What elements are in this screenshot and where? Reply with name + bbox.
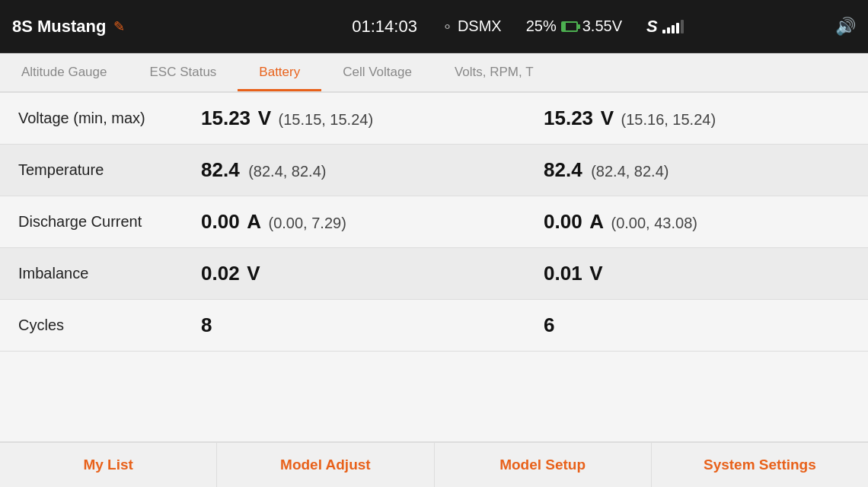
- discharge-col1-unit: A: [247, 210, 261, 233]
- tab-cell-voltage[interactable]: Cell Voltage: [321, 56, 433, 91]
- signal-status: S: [646, 17, 684, 37]
- voltage-col2-range: (15.16, 15.24): [621, 111, 716, 128]
- row-label-imbalance: Imbalance: [0, 248, 183, 300]
- battery-icon: [561, 21, 578, 32]
- tab-bar: Altitude Gauge ESC Status Battery Cell V…: [0, 53, 868, 93]
- tab-volts-rpm[interactable]: Volts, RPM, T: [433, 56, 555, 91]
- signal-bar-2: [667, 27, 670, 33]
- system-settings-button[interactable]: System Settings: [652, 443, 868, 487]
- header-center: 01:14:03 ⚬ DSMX 25% 3.55V S: [225, 17, 810, 37]
- table-row: Temperature 82.4 (82.4, 82.4) 82.4 (82.4…: [0, 145, 868, 196]
- model-setup-button[interactable]: Model Setup: [435, 443, 652, 487]
- imbalance-col2-unit: V: [589, 262, 602, 285]
- imbalance-col2-value: 0.01: [544, 262, 582, 285]
- footer-nav: My List Model Adjust Model Setup System …: [0, 441, 868, 487]
- flight-timer: 01:14:03: [352, 17, 417, 37]
- battery-fill: [563, 23, 566, 30]
- row-col1-discharge: 0.00 A (0.00, 7.29): [183, 196, 525, 248]
- link-icon: ⚬: [442, 18, 453, 35]
- link-status: ⚬ DSMX: [442, 18, 502, 35]
- cycles-col2-value: 6: [544, 314, 554, 336]
- header: 8S Mustang ✎ 01:14:03 ⚬ DSMX 25% 3.55V S: [0, 0, 868, 53]
- discharge-col2-value: 0.00: [544, 210, 582, 233]
- imbalance-col1-value: 0.02: [201, 262, 240, 285]
- row-label-temperature: Temperature: [0, 145, 183, 196]
- model-name: 8S Mustang: [12, 17, 106, 37]
- discharge-col2-unit: A: [589, 210, 604, 233]
- discharge-col1-range: (0.00, 7.29): [269, 215, 346, 231]
- main-content: Voltage (min, max) 15.23 V (15.15, 15.24…: [0, 93, 868, 441]
- signal-bar-3: [672, 25, 675, 33]
- row-col2-discharge: 0.00 A (0.00, 43.08): [525, 196, 868, 248]
- tab-altitude-gauge[interactable]: Altitude Gauge: [0, 56, 128, 91]
- signal-bar-4: [676, 23, 679, 33]
- cycles-col1-value: 8: [201, 314, 212, 336]
- link-protocol: DSMX: [458, 18, 502, 35]
- tab-battery[interactable]: Battery: [238, 56, 321, 91]
- row-col2-temperature: 82.4 (82.4, 82.4): [525, 145, 868, 196]
- temp-col1-value: 82.4: [201, 158, 240, 181]
- row-col2-voltage: 15.23 V (15.16, 15.24): [525, 93, 868, 145]
- table-row: Discharge Current 0.00 A (0.00, 7.29) 0.…: [0, 196, 868, 248]
- discharge-col2-range: (0.00, 43.08): [611, 215, 697, 231]
- battery-data-table: Voltage (min, max) 15.23 V (15.15, 15.24…: [0, 93, 868, 352]
- row-col2-imbalance: 0.01 V: [525, 248, 868, 300]
- table-row: Cycles 8 6: [0, 300, 868, 352]
- battery-status: 25% 3.55V: [526, 18, 622, 35]
- model-section: 8S Mustang ✎: [12, 17, 225, 37]
- model-adjust-button[interactable]: Model Adjust: [217, 443, 434, 487]
- temp-col1-range: (82.4, 82.4): [248, 163, 326, 180]
- edit-icon[interactable]: ✎: [113, 18, 125, 35]
- app-container: 8S Mustang ✎ 01:14:03 ⚬ DSMX 25% 3.55V S: [0, 0, 868, 487]
- row-col1-imbalance: 0.02 V: [183, 248, 525, 300]
- signal-s-label: S: [646, 17, 658, 37]
- row-col2-cycles: 6: [525, 300, 868, 352]
- temp-col2-value: 82.4: [544, 158, 582, 181]
- voltage-col1-value: 15.23: [201, 107, 251, 129]
- battery-voltage: 3.55V: [582, 18, 622, 35]
- row-col1-cycles: 8: [183, 300, 525, 352]
- voltage-col2-value: 15.23: [544, 107, 593, 129]
- signal-bar-1: [662, 30, 665, 33]
- tab-esc-status[interactable]: ESC Status: [128, 56, 238, 91]
- signal-icon: [662, 20, 684, 33]
- battery-percent: 25%: [526, 18, 557, 35]
- voltage-col2-unit: V: [601, 107, 614, 129]
- signal-bar-5: [681, 20, 684, 33]
- row-col1-voltage: 15.23 V (15.15, 15.24): [183, 93, 525, 145]
- header-right: 🔊: [810, 17, 856, 37]
- table-row: Voltage (min, max) 15.23 V (15.15, 15.24…: [0, 93, 868, 145]
- row-col1-temperature: 82.4 (82.4, 82.4): [183, 145, 525, 196]
- discharge-col1-value: 0.00: [201, 210, 240, 233]
- table-row: Imbalance 0.02 V 0.01 V: [0, 248, 868, 300]
- imbalance-col1-unit: V: [247, 262, 260, 285]
- voltage-col1-range: (15.15, 15.24): [279, 111, 374, 128]
- temp-col2-range: (82.4, 82.4): [591, 163, 669, 180]
- row-label-discharge: Discharge Current: [0, 196, 183, 248]
- voltage-col1-unit: V: [258, 107, 271, 129]
- my-list-button[interactable]: My List: [0, 443, 217, 487]
- row-label-cycles: Cycles: [0, 300, 183, 352]
- row-label-voltage: Voltage (min, max): [0, 93, 183, 145]
- speaker-icon[interactable]: 🔊: [835, 17, 856, 37]
